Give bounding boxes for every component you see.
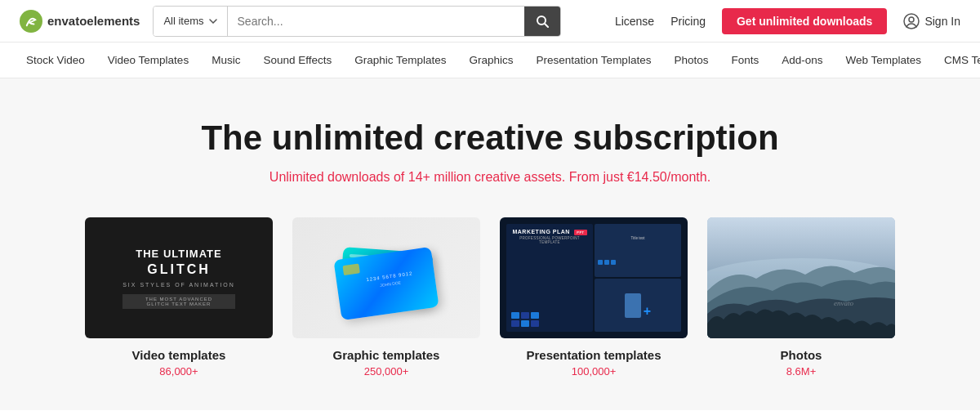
- search-dropdown[interactable]: All items: [154, 7, 227, 36]
- search-dropdown-label: All items: [163, 15, 203, 27]
- card-video-content: THE ULTIMATEGLITCH SIX STYLES OF ANIMATI…: [122, 248, 235, 309]
- pres-dot1: [598, 260, 603, 265]
- pres-cell1: [511, 312, 519, 319]
- pres-row1: [511, 312, 588, 319]
- card-graphic-image: 1234 5678 9012 JOHN DOE: [292, 217, 480, 338]
- pres-grid: [511, 312, 588, 327]
- card-graphic-card-front: 1234 5678 9012 JOHN DOE: [333, 247, 439, 320]
- search-bar: All items: [153, 6, 561, 37]
- card-video-count: 86,000+: [85, 365, 273, 378]
- pres-dots: [598, 260, 678, 265]
- header-nav: License Pricing Get unlimited downloads …: [615, 8, 960, 34]
- pres-cell3: [531, 312, 539, 319]
- pres-badge: PPT: [574, 230, 586, 235]
- nav-item-graphic-templates[interactable]: Graphic Templates: [345, 42, 456, 78]
- nav-item-fonts[interactable]: Fonts: [721, 42, 768, 78]
- card-presentation-label: Presentation templates: [500, 348, 688, 362]
- nav-item-music[interactable]: Music: [202, 42, 250, 78]
- cta-button[interactable]: Get unlimited downloads: [722, 8, 887, 34]
- logo-text: envatoelements: [47, 14, 140, 28]
- card-photos-label: Photos: [707, 348, 895, 362]
- header: envatoelements All items License Pricing…: [0, 0, 980, 42]
- pres-side-panel2: +: [595, 279, 681, 332]
- pres-cell2: [521, 312, 529, 319]
- card-presentation-image: MARKETING PLAN PPT PROFESSIONAL POWERPOI…: [500, 217, 688, 338]
- card-graphic-label: Graphic templates: [292, 348, 480, 362]
- nav-item-photos[interactable]: Photos: [664, 42, 718, 78]
- pres-dot2: [604, 260, 609, 265]
- hero-subtitle: Unlimited downloads of 14+ million creat…: [16, 170, 964, 185]
- pres-main-panel: MARKETING PLAN PPT PROFESSIONAL POWERPOI…: [506, 224, 593, 332]
- pres-plus-icon: +: [644, 305, 651, 318]
- pres-person-area: +: [625, 293, 651, 318]
- card-video-bar-text: THE MOST ADVANCEDGLITCH TEXT MAKER: [122, 294, 235, 309]
- card-photos-count: 8.6M+: [707, 365, 895, 378]
- nav-bar: Stock Video Video Templates Music Sound …: [0, 42, 980, 78]
- svg-text:envato: envato: [834, 299, 853, 307]
- card-video-title-text: THE ULTIMATEGLITCH: [122, 248, 235, 279]
- card-graphic-cards: 1234 5678 9012 JOHN DOE: [329, 237, 443, 319]
- pres-main-title-text: MARKETING PLAN PPT: [511, 229, 588, 235]
- pres-person-shape: [625, 293, 641, 318]
- nav-item-addons[interactable]: Add-ons: [772, 42, 832, 78]
- card-video-subtitle-text: SIX STYLES OF ANIMATION: [122, 282, 235, 288]
- license-link[interactable]: License: [615, 15, 654, 28]
- search-button[interactable]: [524, 7, 560, 36]
- pres-dot3: [611, 260, 616, 265]
- sign-in-link[interactable]: Sign In: [903, 13, 960, 29]
- pres-main-header: MARKETING PLAN PPT PROFESSIONAL POWERPOI…: [511, 229, 588, 244]
- card-photos-image: envato: [707, 217, 895, 338]
- nav-item-sound-effects[interactable]: Sound Effects: [253, 42, 341, 78]
- pres-cell6: [531, 320, 539, 327]
- account-icon: [903, 13, 920, 29]
- nav-item-graphics[interactable]: Graphics: [460, 42, 523, 78]
- card-video-image: THE ULTIMATEGLITCH SIX STYLES OF ANIMATI…: [85, 217, 273, 338]
- sign-in-label: Sign In: [924, 15, 960, 28]
- nav-item-video-templates[interactable]: Video Templates: [98, 42, 198, 78]
- logo[interactable]: envatoelements: [20, 10, 140, 33]
- pricing-link[interactable]: Pricing: [670, 15, 706, 28]
- search-input[interactable]: [228, 7, 525, 36]
- nav-item-presentation-templates[interactable]: Presentation Templates: [527, 42, 662, 78]
- svg-line-2: [545, 24, 548, 27]
- chevron-down-icon: [209, 19, 217, 24]
- pres-cell4: [511, 320, 519, 327]
- hero-title: The unlimited creative subscription: [16, 119, 964, 157]
- pres-side-panel1: Title text: [595, 224, 681, 277]
- card-graphic-templates[interactable]: 1234 5678 9012 JOHN DOE Graphic template…: [292, 217, 480, 378]
- nav-item-web-templates[interactable]: Web Templates: [836, 42, 932, 78]
- search-icon: [536, 15, 549, 28]
- pres-main-sub-text: PROFESSIONAL POWERPOINT TEMPLATE: [511, 236, 588, 244]
- card-photos[interactable]: envato Photos 8.6M+: [707, 217, 895, 378]
- card-video-label: Video templates: [85, 348, 273, 362]
- nav-item-cms-templates[interactable]: CMS Templates: [934, 42, 980, 78]
- cards-container: THE ULTIMATEGLITCH SIX STYLES OF ANIMATI…: [16, 217, 964, 378]
- card-presentation-templates[interactable]: MARKETING PLAN PPT PROFESSIONAL POWERPOI…: [500, 217, 688, 378]
- pres-title-text: Title text: [598, 236, 678, 240]
- card-presentation-count: 100,000+: [500, 365, 688, 378]
- pres-row2: [511, 320, 588, 327]
- pres-cell5: [521, 320, 529, 327]
- svg-point-4: [909, 17, 914, 22]
- card-graphic-count: 250,000+: [292, 365, 480, 378]
- photos-landscape-svg: envato: [707, 217, 895, 338]
- hero-section: The unlimited creative subscription Unli…: [0, 78, 980, 410]
- logo-icon: [20, 10, 42, 33]
- card-video-templates[interactable]: THE ULTIMATEGLITCH SIX STYLES OF ANIMATI…: [85, 217, 273, 378]
- nav-item-stock-video[interactable]: Stock Video: [16, 42, 95, 78]
